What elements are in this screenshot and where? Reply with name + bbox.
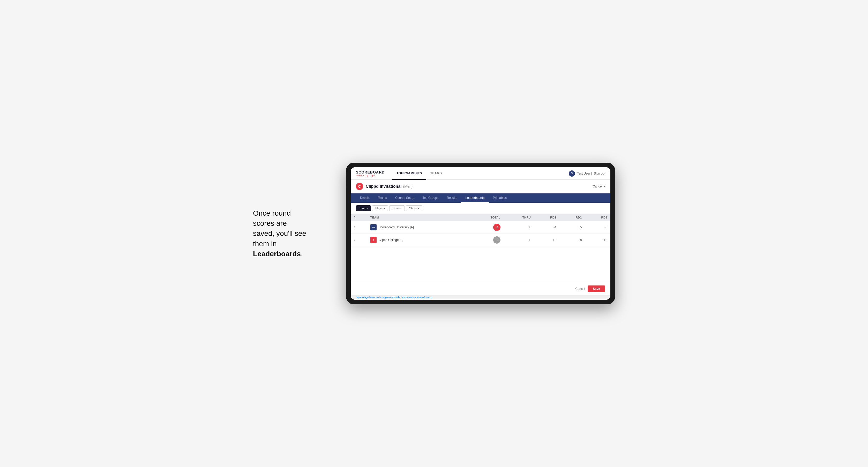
col-rd2: RD2 bbox=[559, 214, 585, 221]
user-name: Test User | bbox=[577, 172, 592, 175]
sub-navigation: Details Teams Course Setup Tee Groups Re… bbox=[351, 193, 610, 203]
desc-line2: scores are bbox=[253, 219, 287, 227]
save-button[interactable]: Save bbox=[588, 285, 605, 292]
nav-teams[interactable]: TEAMS bbox=[426, 167, 446, 180]
table-header-row: # TEAM TOTAL THRU RD1 RD2 RD3 bbox=[351, 214, 610, 221]
col-team: TEAM bbox=[367, 214, 470, 221]
table-row: 1 SU Scoreboard University [A] -5 F -4 bbox=[351, 221, 610, 234]
col-rank: # bbox=[351, 214, 367, 221]
logo-sub: Powered by clippd bbox=[356, 174, 384, 177]
desc-line4: them in bbox=[253, 240, 277, 248]
team-name-cell-2: C Clippd College [A] bbox=[370, 237, 467, 243]
tournament-header: C Clippd Invitational (Men) Cancel × bbox=[351, 180, 610, 193]
team-name-1: Scoreboard University [A] bbox=[379, 225, 414, 229]
col-rd3: RD3 bbox=[585, 214, 610, 221]
team-cell-2: C Clippd College [A] bbox=[367, 234, 470, 246]
sign-out-link[interactable]: Sign out bbox=[594, 172, 605, 175]
score-badge-2: +3 bbox=[493, 236, 500, 244]
cancel-x-button[interactable]: Cancel × bbox=[593, 185, 605, 188]
score-badge-1: -5 bbox=[493, 224, 500, 231]
top-navigation: SCOREBOARD Powered by clippd TOURNAMENTS… bbox=[351, 167, 610, 180]
rd2-2: -8 bbox=[559, 234, 585, 246]
left-description: Once round scores are saved, you'll see … bbox=[253, 208, 331, 259]
total-cell-2: +3 bbox=[470, 234, 503, 246]
filter-teams[interactable]: Teams bbox=[356, 205, 371, 211]
url-text: https://stage-blue-coach.stagescoreboard… bbox=[356, 296, 432, 299]
col-rd1: RD1 bbox=[534, 214, 559, 221]
rank-1: 1 bbox=[351, 221, 367, 234]
thru-2: F bbox=[503, 234, 534, 246]
rank-2: 2 bbox=[351, 234, 367, 246]
team-name-2: Clippd College [A] bbox=[379, 238, 403, 242]
top-nav-right: S Test User | Sign out bbox=[569, 170, 605, 177]
desc-period: . bbox=[301, 250, 303, 258]
tournament-title: Clippd Invitational bbox=[366, 184, 402, 189]
avatar: S bbox=[569, 170, 575, 177]
filter-strokes[interactable]: Strokes bbox=[406, 205, 422, 211]
tab-printables[interactable]: Printables bbox=[489, 193, 511, 203]
tablet-screen: SCOREBOARD Powered by clippd TOURNAMENTS… bbox=[351, 167, 610, 300]
total-cell-1: -5 bbox=[470, 221, 503, 234]
tab-tee-groups[interactable]: Tee Groups bbox=[418, 193, 442, 203]
col-total: TOTAL bbox=[470, 214, 503, 221]
cancel-button[interactable]: Cancel bbox=[576, 287, 585, 291]
rd2-1: +5 bbox=[559, 221, 585, 234]
rd3-1: -6 bbox=[585, 221, 610, 234]
page-wrapper: Once round scores are saved, you'll see … bbox=[253, 163, 615, 304]
desc-line1: Once round bbox=[253, 209, 291, 217]
tab-leaderboards[interactable]: Leaderboards bbox=[461, 193, 489, 203]
team-logo-2: C bbox=[370, 237, 377, 243]
url-bar: https://stage-blue-coach.stagescoreboard… bbox=[351, 295, 610, 300]
tab-results[interactable]: Results bbox=[442, 193, 461, 203]
content-spacer bbox=[351, 246, 610, 283]
logo-text: SCOREBOARD bbox=[356, 170, 384, 174]
tab-course-setup[interactable]: Course Setup bbox=[391, 193, 418, 203]
team-logo-1: SU bbox=[370, 224, 377, 230]
tablet-device: SCOREBOARD Powered by clippd TOURNAMENTS… bbox=[346, 163, 615, 304]
desc-line3: saved, you'll see bbox=[253, 229, 306, 238]
tab-details[interactable]: Details bbox=[356, 193, 374, 203]
logo-area: SCOREBOARD Powered by clippd bbox=[356, 170, 384, 177]
filter-row: Teams Players Scores Strokes bbox=[351, 203, 610, 214]
rd1-1: -4 bbox=[534, 221, 559, 234]
tournament-gender: (Men) bbox=[403, 184, 413, 188]
filter-players[interactable]: Players bbox=[372, 205, 388, 211]
top-nav-links: TOURNAMENTS TEAMS bbox=[392, 167, 569, 180]
leaderboard-table: # TEAM TOTAL THRU RD1 RD2 RD3 1 bbox=[351, 214, 610, 246]
thru-1: F bbox=[503, 221, 534, 234]
tab-teams[interactable]: Teams bbox=[374, 193, 391, 203]
team-cell-1: SU Scoreboard University [A] bbox=[367, 221, 470, 234]
rd3-2: +3 bbox=[585, 234, 610, 246]
desc-line5-bold: Leaderboards bbox=[253, 250, 301, 258]
nav-tournaments[interactable]: TOURNAMENTS bbox=[392, 167, 426, 180]
filter-scores[interactable]: Scores bbox=[389, 205, 405, 211]
table-row: 2 C Clippd College [A] +3 F +8 -8 bbox=[351, 234, 610, 246]
team-name-cell-1: SU Scoreboard University [A] bbox=[370, 224, 467, 230]
modal-footer: Cancel Save bbox=[351, 283, 610, 295]
rd1-2: +8 bbox=[534, 234, 559, 246]
col-thru: THRU bbox=[503, 214, 534, 221]
tournament-logo: C bbox=[356, 183, 363, 190]
